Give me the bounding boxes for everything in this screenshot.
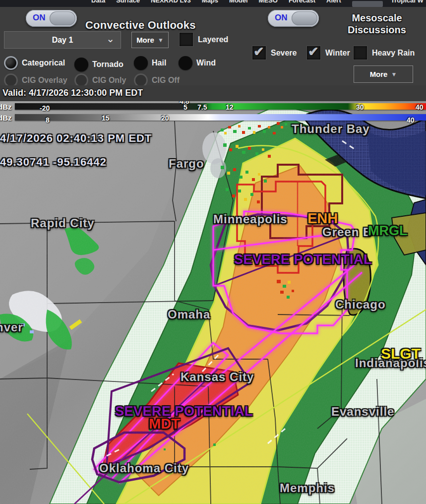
toggle-on-label: ON bbox=[33, 13, 46, 23]
radio-label: Tornado bbox=[92, 60, 123, 69]
valid-time-bar: Valid: 4/17/2026 12:30:00 PM EDT bbox=[0, 85, 426, 101]
menu-button[interactable] bbox=[352, 1, 383, 7]
scale-tick: 12 bbox=[226, 103, 234, 111]
chevron-down-icon: ⌄ bbox=[106, 33, 115, 45]
menu-item-model[interactable]: Model bbox=[229, 0, 248, 4]
title-line2: Discussions bbox=[325, 24, 426, 36]
radio-label: Wind bbox=[196, 59, 216, 67]
city-label-green-bay: Green B bbox=[322, 225, 372, 239]
city-label-omaha: Omaha bbox=[168, 308, 210, 321]
radio-label: CIG Off bbox=[152, 76, 180, 85]
mesoscale-discussions-title: Mesoscale Discussions bbox=[325, 12, 426, 36]
severe-filter: ✔ Severe bbox=[252, 46, 297, 60]
risk-label-enh: ENH bbox=[307, 210, 338, 227]
convective-outlooks-toggle[interactable]: ON bbox=[26, 10, 77, 27]
menu-item-data[interactable]: Data bbox=[91, 0, 105, 4]
annotation-severe-potential-north: SEVERE POTENTIAL bbox=[234, 252, 372, 267]
more-button-label: More bbox=[136, 36, 154, 44]
toggle-knob bbox=[50, 11, 75, 25]
map-coordinates: 49.30741 -95.16442 bbox=[0, 156, 107, 169]
city-label-chicago: Chicago bbox=[335, 298, 386, 312]
title-line1: Mesoscale bbox=[325, 12, 426, 24]
reflectivity-scale-bottom bbox=[15, 114, 426, 121]
city-label-fargo: Fargo bbox=[169, 157, 204, 171]
winter-filter: ✔ Winter bbox=[306, 46, 350, 60]
checkmark-icon: ✔ bbox=[253, 44, 264, 60]
triangle-down-icon: ▼ bbox=[158, 37, 164, 44]
city-label-rapid-city: Rapid City bbox=[31, 216, 95, 230]
layered-checkbox-row: Layered bbox=[179, 32, 228, 47]
annotation-severe-potential-south: SEVERE POTENTIAL bbox=[115, 404, 253, 419]
severe-label: Severe bbox=[271, 49, 297, 58]
more-button-label: More bbox=[370, 70, 388, 78]
severe-checkbox[interactable]: ✔ bbox=[252, 46, 266, 60]
radio-tornado[interactable]: Tornado bbox=[74, 58, 123, 71]
radio-wind[interactable]: Wind bbox=[179, 56, 216, 70]
scale-tick: 7.5 bbox=[197, 103, 207, 111]
radar-app-window: Data Surface NEXRAD Lv3 Maps Model MESO … bbox=[0, 0, 426, 504]
scale-tick: 15 bbox=[102, 114, 110, 122]
radio-icon bbox=[179, 56, 192, 70]
heavy-rain-label: Heavy Rain bbox=[372, 49, 415, 58]
menu-item-surface[interactable]: Surface bbox=[116, 0, 140, 4]
radio-label: Hail bbox=[152, 59, 166, 67]
radio-selected-icon bbox=[4, 56, 18, 70]
mesoscale-discussions-toggle[interactable]: ON bbox=[268, 10, 319, 27]
radio-hail[interactable]: Hail bbox=[134, 56, 166, 70]
layered-checkbox[interactable] bbox=[179, 32, 193, 47]
radio-categorical[interactable]: Categorical bbox=[4, 56, 65, 70]
heavy-rain-checkbox[interactable] bbox=[353, 46, 367, 60]
city-label-kansas-city: Kansas City bbox=[181, 370, 254, 384]
map-timestamp: 4/17/2026 02:40:13 PM EDT bbox=[0, 132, 152, 145]
winter-label: Winter bbox=[325, 49, 350, 58]
reflectivity-scale-top bbox=[15, 103, 426, 110]
radio-label: Categorical bbox=[22, 59, 65, 67]
control-panel: ON Convective Outlooks Day 1 ⌄ More ▼ La… bbox=[0, 7, 426, 85]
menu-item-maps[interactable]: Maps bbox=[202, 0, 218, 4]
risk-label-slgt: SLGT bbox=[381, 345, 421, 362]
scale-tick: 40 bbox=[416, 103, 424, 111]
winter-checkbox[interactable]: ✔ bbox=[306, 46, 321, 60]
menu-item-meso[interactable]: MESO bbox=[259, 0, 278, 4]
city-label-denver-partial: nver bbox=[0, 320, 23, 334]
scale-unit-bottom: dBz bbox=[0, 114, 12, 122]
radio-icon bbox=[74, 58, 88, 71]
outlooks-more-button[interactable]: More ▼ bbox=[131, 32, 169, 48]
scale-tick: 20 bbox=[161, 114, 169, 122]
scale-tick: -20 bbox=[40, 104, 50, 112]
city-label-evansville: Evansville bbox=[331, 405, 394, 419]
scale-tick: 5 bbox=[183, 103, 187, 111]
top-menu-bar: Data Surface NEXRAD Lv3 Maps Model MESO … bbox=[0, 0, 426, 7]
checkmark-icon: ✔ bbox=[308, 44, 319, 60]
scale-tick: 8 bbox=[46, 116, 50, 124]
triangle-down-icon: ▼ bbox=[391, 71, 397, 78]
day-selector[interactable]: Day 1 ⌄ bbox=[4, 31, 121, 49]
radio-icon bbox=[134, 56, 148, 70]
city-label-minneapolis: Minneapolis bbox=[213, 212, 288, 226]
radio-label: CIG Overlay bbox=[22, 76, 67, 85]
risk-label-mrgl: MRGL bbox=[368, 223, 407, 239]
radio-label: CIG Only bbox=[92, 76, 126, 85]
menu-item-forecast[interactable]: Forecast bbox=[289, 0, 315, 4]
menu-item-nexrad[interactable]: NEXRAD Lv3 bbox=[151, 0, 191, 4]
toggle-on-label: ON bbox=[275, 13, 288, 23]
layered-label: Layered bbox=[198, 35, 228, 44]
menu-item-tropical[interactable]: Tropical W bbox=[391, 0, 424, 4]
scale-tick: 30 bbox=[356, 103, 364, 111]
city-label-memphis: Memphis bbox=[280, 481, 335, 495]
mesoscale-more-button[interactable]: More ▼ bbox=[354, 65, 413, 83]
toggle-knob bbox=[292, 11, 317, 25]
scale-tick: 40 bbox=[407, 116, 415, 124]
scale-unit-top: dBz bbox=[0, 103, 12, 111]
menu-item-alert[interactable]: Alert bbox=[326, 0, 341, 4]
heavy-rain-filter: Heavy Rain bbox=[353, 46, 415, 60]
radar-map[interactable]: dBz dBz -20 4.8 5 7.5 12 30 40 8 15 20 4… bbox=[0, 101, 426, 504]
convective-outlooks-title: Convective Outlooks bbox=[85, 19, 196, 32]
city-label-thunder-bay: Thunder Bay bbox=[292, 122, 370, 136]
day-selector-value: Day 1 bbox=[52, 36, 73, 45]
city-label-oklahoma-city: Oklahoma City bbox=[99, 461, 189, 475]
